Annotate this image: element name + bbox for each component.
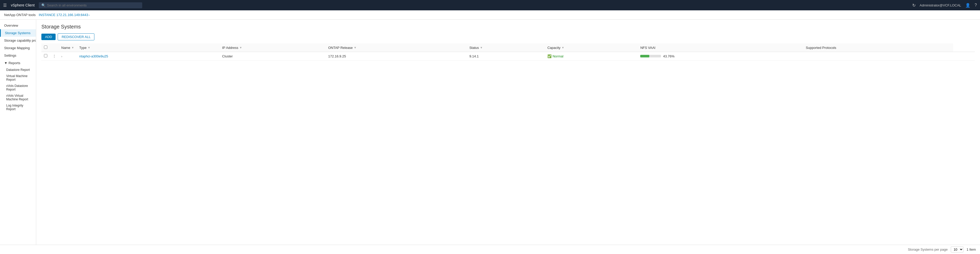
refresh-icon[interactable]: ↻ xyxy=(912,3,916,8)
sidebar-item-storage-mapping[interactable]: Storage Mapping xyxy=(0,44,36,52)
col-status-filter-icon[interactable]: ▼ xyxy=(480,46,483,49)
sidebar-sub-vm-report[interactable]: Virtual Machine Report xyxy=(0,73,36,83)
user-avatar-icon[interactable]: 👤 xyxy=(965,3,970,8)
status-label: Normal xyxy=(552,54,563,58)
row-ontap-cell: 9.14.1 xyxy=(467,52,545,61)
capacity-bar-container: 43.76% xyxy=(640,54,800,58)
sidebar-sub-datastore-report[interactable]: Datastore Report xyxy=(0,67,36,73)
col-name-label: Name xyxy=(61,46,70,50)
app-brand: vSphere Client xyxy=(11,3,35,7)
toolbar: ADD REDISCOVER ALL xyxy=(41,34,975,40)
col-expand xyxy=(50,43,59,52)
col-type-label: Type xyxy=(80,46,87,50)
row-nfs-vaai-cell xyxy=(803,52,953,61)
chevron-down-icon: ▼ xyxy=(4,61,8,65)
col-type: Type ▼ xyxy=(77,43,220,52)
main-content: Storage Systems ADD REDISCOVER ALL Name … xyxy=(36,20,980,254)
col-status: Status ▼ xyxy=(467,43,545,52)
row-name-link[interactable]: ntaphci-a300e9u25 xyxy=(80,54,108,58)
status-normal-icon: ✅ xyxy=(547,54,552,58)
expand-row-icon[interactable]: › xyxy=(61,55,62,58)
row-type-cell: Cluster xyxy=(220,52,326,61)
col-name: Name ▼ xyxy=(59,43,77,52)
app-layout: Overview Storage Systems Storage capabil… xyxy=(0,20,980,254)
col-checkbox xyxy=(41,43,50,52)
select-all-checkbox[interactable] xyxy=(44,46,47,49)
sidebar-item-overview[interactable]: Overview xyxy=(0,22,36,29)
col-nfs-vaai-label: NFS VAAI xyxy=(640,46,655,50)
sidebar-sub-vvols-vm-report[interactable]: vVols Virtual Machine Report xyxy=(0,93,36,102)
table-body: ⋮ › ntaphci-a300e9u25 Cluster 172.16.9.2… xyxy=(41,52,975,61)
col-ontap-label: ONTAP Release xyxy=(328,46,353,50)
breadcrumb-app: NetApp ONTAP tools xyxy=(4,13,36,17)
breadcrumb: NetApp ONTAP tools INSTANCE 172.21.166.1… xyxy=(0,10,980,20)
col-type-filter-icon[interactable]: ▼ xyxy=(88,46,91,49)
col-ip-address-label: IP Address xyxy=(222,46,239,50)
capacity-percent-label: 43.76% xyxy=(663,54,675,58)
col-capacity-filter-icon[interactable]: ▼ xyxy=(562,46,565,49)
col-status-label: Status xyxy=(469,46,479,50)
row-checkbox[interactable] xyxy=(44,54,47,58)
sidebar-sub-log-integrity-report[interactable]: Log Integrity Report xyxy=(0,102,36,112)
row-type-value: Cluster xyxy=(222,54,233,58)
top-navigation: ☰ vSphere Client 🔍 ↻ Administrator@VCF.L… xyxy=(0,0,980,10)
user-menu[interactable]: Administrator@VCF.LOCAL xyxy=(920,3,961,7)
row-kebab-cell: ⋮ xyxy=(50,52,59,61)
top-nav-right: ↻ Administrator@VCF.LOCAL 👤 ? xyxy=(912,3,977,8)
col-ontap-filter-icon[interactable]: ▼ xyxy=(354,46,356,49)
search-input[interactable] xyxy=(47,3,140,7)
row-name-cell: ntaphci-a300e9u25 xyxy=(77,52,220,61)
footer-item-count: 1 Item xyxy=(967,248,976,251)
row-checkbox-cell xyxy=(41,52,50,61)
sidebar-item-storage-systems[interactable]: Storage Systems xyxy=(0,29,36,37)
capacity-bar-background xyxy=(640,55,661,58)
row-ip-value: 172.16.9.25 xyxy=(328,54,346,58)
sidebar-item-storage-capability-profile[interactable]: Storage capability profile xyxy=(0,37,36,44)
menu-icon[interactable]: ☰ xyxy=(3,3,7,8)
sidebar-section-reports[interactable]: ▼ Reports xyxy=(0,59,36,67)
col-ontap-release: ONTAP Release ▼ xyxy=(326,43,467,52)
row-status-value: ✅ Normal xyxy=(547,54,635,58)
col-supported-protocols: Supported Protocols xyxy=(803,43,953,52)
rediscover-all-button[interactable]: REDISCOVER ALL xyxy=(58,34,94,40)
table-footer: Storage Systems per page 10 25 50 1 Item xyxy=(0,245,980,254)
table-row: ⋮ › ntaphci-a300e9u25 Cluster 172.16.9.2… xyxy=(41,52,975,61)
sidebar-item-settings[interactable]: Settings xyxy=(0,52,36,59)
row-expand-cell: › xyxy=(59,52,77,61)
per-page-select[interactable]: 10 25 50 xyxy=(951,246,964,252)
search-bar[interactable]: 🔍 xyxy=(39,2,142,8)
breadcrumb-chevron-icon: › xyxy=(89,13,90,16)
page-title: Storage Systems xyxy=(41,24,975,30)
sidebar-reports-label: Reports xyxy=(8,61,21,65)
col-name-filter-icon[interactable]: ▼ xyxy=(72,46,74,49)
sidebar: Overview Storage Systems Storage capabil… xyxy=(0,20,36,254)
kebab-menu-icon[interactable]: ⋮ xyxy=(52,54,56,58)
col-ip-filter-icon[interactable]: ▼ xyxy=(239,46,242,49)
col-capacity-label: Capacity xyxy=(547,46,561,50)
breadcrumb-instance[interactable]: INSTANCE 172.21.166.149:8443 xyxy=(39,13,88,17)
col-supported-protocols-label: Supported Protocols xyxy=(806,46,836,50)
sidebar-sub-vvols-datastore-report[interactable]: vVols Datastore Report xyxy=(0,83,36,93)
footer-per-page-label: Storage Systems per page xyxy=(908,248,948,251)
row-ip-cell: 172.16.9.25 xyxy=(326,52,467,61)
col-nfs-vaai: NFS VAAI xyxy=(638,43,803,52)
help-icon[interactable]: ? xyxy=(975,3,977,8)
storage-systems-table: Name ▼ Type ▼ IP Address ▼ xyxy=(41,43,975,61)
row-capacity-cell: 43.76% xyxy=(638,52,803,61)
col-ip-address: IP Address ▼ xyxy=(220,43,326,52)
row-ontap-value: 9.14.1 xyxy=(469,54,479,58)
add-button[interactable]: ADD xyxy=(41,34,56,40)
row-supported-protocols-cell xyxy=(953,52,975,61)
row-status-cell: ✅ Normal xyxy=(545,52,638,61)
search-icon: 🔍 xyxy=(41,3,46,7)
table-header-row: Name ▼ Type ▼ IP Address ▼ xyxy=(41,43,975,52)
col-capacity: Capacity ▼ xyxy=(545,43,638,52)
capacity-bar-fill xyxy=(640,55,649,58)
